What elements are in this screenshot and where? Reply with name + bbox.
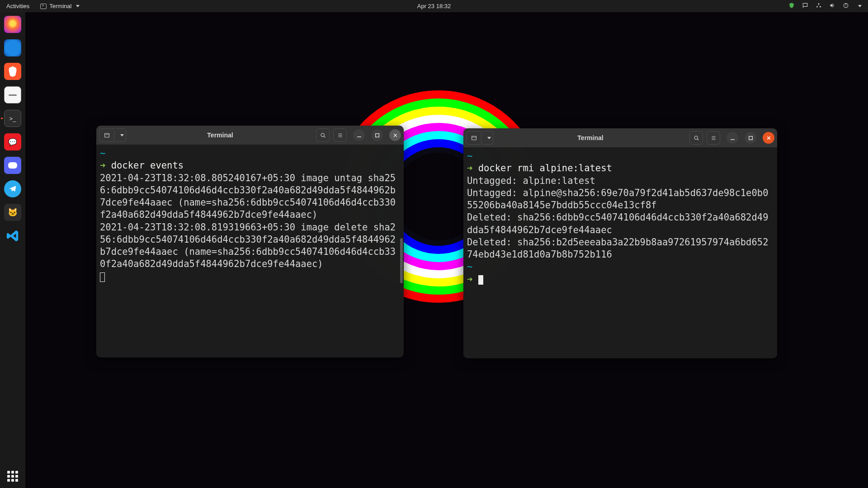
system-tray — [788, 2, 868, 10]
dock-app-kitty[interactable] — [4, 204, 21, 221]
svg-point-18 — [694, 136, 698, 139]
terminal-command: docker rmi alpine:latest — [478, 163, 612, 174]
terminal-content[interactable]: ~ ➜ docker rmi alpine:latest Untagged: a… — [463, 147, 777, 358]
terminal-icon — [40, 4, 47, 9]
cursor — [478, 275, 483, 285]
terminal-content[interactable]: ~ ➜ docker events 2021-04-23T18:32:08.80… — [96, 145, 404, 357]
svg-rect-24 — [749, 136, 752, 140]
prompt-tilde: ~ — [467, 261, 472, 272]
volume-icon[interactable] — [829, 2, 835, 10]
chevron-down-icon — [487, 137, 491, 139]
prompt-arrow: ➜ — [467, 163, 472, 174]
window-titlebar[interactable]: Terminal — [96, 126, 404, 145]
dock-app-chat[interactable] — [4, 133, 21, 150]
prompt-tilde: ~ — [467, 150, 472, 161]
cursor — [100, 272, 105, 282]
tray-chevron-down-icon[interactable] — [858, 5, 862, 7]
svg-rect-13 — [375, 133, 379, 137]
terminal-window-right[interactable]: Terminal ~ ➜ docker rmi alpine:latest Un… — [463, 128, 777, 358]
dock-app-telegram[interactable] — [4, 180, 21, 197]
dock-app-firefox[interactable] — [4, 16, 21, 33]
search-button[interactable] — [316, 128, 330, 142]
scrollbar[interactable] — [400, 238, 403, 283]
close-button[interactable] — [389, 129, 401, 141]
power-icon[interactable] — [843, 2, 849, 10]
minimize-button[interactable] — [353, 129, 365, 141]
clock[interactable]: Apr 23 18:32 — [417, 3, 451, 9]
chevron-down-icon — [76, 5, 80, 7]
new-tab-dropdown[interactable] — [116, 128, 126, 142]
chat-tray-icon[interactable] — [802, 2, 808, 10]
chevron-down-icon — [120, 134, 124, 136]
dock-app-files[interactable] — [4, 86, 21, 103]
svg-rect-5 — [104, 133, 109, 137]
dock-app-brave[interactable] — [4, 63, 21, 80]
terminal-output: Untagged: alpine:latest Untagged: alpine… — [467, 175, 768, 260]
activities-button[interactable]: Activities — [0, 3, 36, 9]
dock-app-vscode[interactable] — [4, 227, 21, 244]
svg-rect-16 — [472, 136, 476, 140]
window-titlebar[interactable]: Terminal — [463, 128, 777, 147]
close-button[interactable] — [763, 132, 774, 144]
terminal-output: 2021-04-23T18:32:08.805240167+05:30 imag… — [100, 173, 396, 270]
dock-app-discord[interactable] — [4, 157, 21, 174]
new-tab-button[interactable] — [466, 131, 481, 145]
maximize-button[interactable] — [371, 129, 383, 141]
prompt-arrow: ➜ — [100, 160, 105, 171]
dock — [0, 12, 25, 488]
hamburger-menu-button[interactable] — [333, 128, 347, 142]
svg-line-8 — [324, 136, 325, 137]
minimize-button[interactable] — [726, 132, 738, 144]
prompt-arrow: ➜ — [467, 274, 472, 285]
svg-line-19 — [697, 139, 698, 140]
app-menu[interactable]: Terminal — [36, 3, 84, 9]
network-icon[interactable] — [816, 2, 822, 10]
window-title: Terminal — [495, 134, 686, 141]
new-tab-dropdown[interactable] — [483, 131, 493, 145]
dock-app-browser[interactable] — [4, 39, 21, 56]
top-bar: Activities Terminal Apr 23 18:32 — [0, 0, 868, 12]
maximize-button[interactable] — [745, 132, 756, 144]
shield-icon[interactable] — [788, 2, 795, 10]
show-applications-button[interactable] — [7, 471, 18, 482]
app-menu-label: Terminal — [49, 3, 71, 9]
hamburger-menu-button[interactable] — [707, 131, 720, 145]
svg-point-7 — [321, 133, 324, 136]
dock-app-terminal[interactable] — [4, 110, 21, 127]
new-tab-button[interactable] — [99, 128, 114, 142]
window-title: Terminal — [128, 131, 312, 139]
search-button[interactable] — [689, 131, 703, 145]
prompt-tilde: ~ — [100, 148, 105, 159]
terminal-window-left[interactable]: Terminal ~ ➜ docker events 2021-04-23T18… — [96, 126, 404, 357]
svg-point-2 — [818, 3, 820, 5]
terminal-command: docker events — [111, 160, 184, 171]
